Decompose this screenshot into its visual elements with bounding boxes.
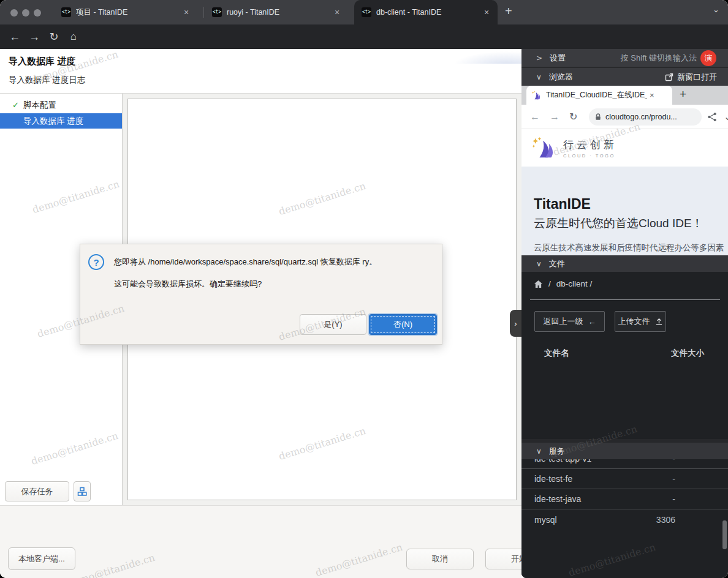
close-tab-icon[interactable]: × [484, 7, 489, 17]
task-settings-button[interactable] [74, 481, 91, 501]
tab-db-client[interactable]: <t> db-client - TitanIDE × [354, 0, 498, 24]
embedded-address-bar[interactable]: cloudtogo.cn/produ... [589, 108, 702, 126]
close-tab-icon[interactable]: × [335, 7, 339, 17]
cloudtogo-header: 行云创新 CLOUD · TOGO [521, 129, 728, 167]
section-label: 浏览器 [549, 72, 573, 83]
back-button[interactable]: ← [6, 24, 23, 49]
lock-icon [595, 113, 601, 121]
column-filesize: 文件大小 [671, 348, 704, 359]
embedded-tab-strip: TitanIDE_CloudIDE_在线IDE_ × + [521, 86, 728, 105]
tab-ruoyi[interactable]: <t> ruoyi - TitanIDE × [205, 0, 353, 24]
reload-button[interactable]: ↻ [45, 24, 63, 49]
panel-collapse-handle[interactable]: › [510, 310, 521, 337]
logo-en: CLOUD · TOGO [563, 153, 617, 159]
service-row[interactable]: ide-test-java - [521, 489, 728, 509]
titanide-favicon: <t> [61, 7, 71, 17]
chevron-down-icon: ∨ [536, 73, 542, 81]
service-row[interactable]: ide-test-fe - [521, 469, 728, 489]
service-port: - [672, 459, 675, 464]
service-name: mysql [534, 515, 557, 525]
go-up-button[interactable]: 返回上一级 ← [534, 311, 605, 332]
breadcrumb-path: db-client / [556, 279, 593, 288]
close-window-button[interactable] [10, 9, 18, 17]
share-alt-icon[interactable] [707, 112, 717, 122]
browser-toolbar: ← → ↻ ⌂ try.titanide.cn/ide/web/coding/d… [0, 24, 728, 49]
tab-title: 项目 - TitanIDE [76, 7, 180, 18]
service-name: ide-test-java [534, 494, 581, 504]
embedded-new-tab-button[interactable]: + [680, 88, 686, 101]
section-files-header[interactable]: ∨ 文件 [521, 255, 728, 272]
service-name: ide-test-app-v1 [534, 459, 591, 464]
service-name: ide-test-fe [534, 474, 572, 484]
step-script-config[interactable]: ✓ 脚本配置 [0, 97, 122, 113]
yes-button[interactable]: 是(Y) [300, 314, 366, 335]
browser-window: <t> 项目 - TitanIDE × <t> ruoyi - TitanIDE… [0, 0, 728, 578]
cancel-button[interactable]: 取消 [406, 549, 474, 569]
section-label: 文件 [549, 258, 565, 269]
tab-project[interactable]: <t> 项目 - TitanIDE × [54, 0, 202, 24]
save-task-button[interactable]: 保存任务 [5, 481, 69, 501]
file-browser: / db-client / 返回上一级 ← 上传文件 文件名 文件大小 [521, 272, 728, 439]
dialog-message-line1: 您即将从 /home/ide/workspace/space.share/sql… [114, 257, 377, 268]
tab-title: db-client - TitanIDE [376, 8, 480, 17]
step-import-progress[interactable]: 导入数据库 进度 [0, 113, 122, 129]
panel-scrollbar-thumb[interactable] [722, 520, 727, 549]
new-tab-button[interactable]: + [505, 4, 512, 18]
no-button[interactable]: 否(N) [369, 314, 437, 335]
wizard-page: 导入数据库 进度 导入数据库 进度日志 ✓ 脚本配置 导入数据库 进度 保存任务… [0, 49, 521, 578]
column-filename: 文件名 [544, 348, 569, 359]
home-button[interactable]: ⌂ [65, 24, 82, 49]
close-embedded-tab-icon[interactable]: × [650, 91, 654, 100]
service-port: - [672, 474, 675, 484]
confirm-restore-dialog: ? 您即将从 /home/ide/workspace/space.share/s… [80, 244, 442, 345]
hero-title: TitanIDE [534, 196, 728, 212]
embedded-tab-title: TitanIDE_CloudIDE_在线IDE_ [546, 90, 647, 100]
page-subtitle: 导入数据库 进度日志 [9, 75, 85, 86]
embedded-reload-button[interactable]: ↻ [569, 105, 577, 129]
section-label: 服务 [549, 446, 565, 457]
titanide-favicon: <t> [362, 7, 371, 17]
chevron-right-icon: > [536, 54, 542, 62]
left-arrow-icon: ← [588, 317, 596, 326]
cloudtogo-logo-text: 行云创新 CLOUD · TOGO [563, 138, 617, 159]
section-services-header[interactable]: ∨ 服务 [521, 443, 728, 459]
hero-paragraph: 云原生技术高速发展和后疫情时代远程办公等多因素 [534, 242, 728, 253]
tab-search-chevron-icon[interactable]: ⌄ [713, 5, 719, 14]
service-row[interactable]: ide-test-app-v1 - [521, 459, 728, 469]
section-label: 设置 [550, 53, 566, 64]
forward-button[interactable]: → [26, 24, 43, 49]
breadcrumb[interactable]: / db-client / [534, 279, 592, 288]
services-list: ide-test-app-v1 - ide-test-fe - ide-test… [521, 459, 728, 578]
embedded-tab[interactable]: TitanIDE_CloudIDE_在线IDE_ × [526, 86, 672, 105]
embedded-back-button[interactable]: ← [530, 105, 540, 129]
service-port: - [672, 494, 675, 504]
open-new-window-label: 新窗口打开 [677, 72, 717, 83]
upload-icon [655, 318, 663, 326]
upload-file-button[interactable]: 上传文件 [615, 311, 666, 332]
upload-label: 上传文件 [618, 316, 650, 327]
cloudtogo-logo [531, 137, 557, 160]
embedded-toolbar: ← → ↻ cloudtogo.cn/produ... ⌄ [521, 105, 728, 129]
service-row[interactable]: mysql 3306 [521, 509, 728, 530]
stacked-boxes-icon [77, 487, 87, 497]
tab-title: ruoyi - TitanIDE [227, 8, 331, 17]
section-settings-header[interactable]: > 设置 按 Shift 键切换输入法 演 [521, 49, 728, 67]
local-client-button[interactable]: 本地客户端... [8, 547, 75, 570]
breadcrumb-separator: / [548, 279, 551, 288]
open-new-window-button[interactable]: 新窗口打开 [665, 72, 717, 83]
embedded-forward-button[interactable]: → [550, 105, 559, 129]
ide-side-panel: > 设置 按 Shift 键切换输入法 演 ∨ 浏览器 新窗口打开 [521, 49, 728, 578]
logo-cn: 行云创新 [563, 138, 617, 152]
section-browser-header[interactable]: ∨ 浏览器 新窗口打开 [521, 68, 728, 86]
cloudtogo-favicon [531, 91, 542, 100]
start-button[interactable]: 开始 [485, 549, 521, 569]
open-in-new-icon [665, 73, 673, 81]
input-method-hint: 按 Shift 键切换输入法 [589, 53, 697, 64]
wizard-footer: 本地客户端... 取消 开始 [0, 505, 521, 578]
zoom-window-button[interactable] [34, 9, 41, 17]
minimize-window-button[interactable] [22, 9, 29, 17]
close-tab-icon[interactable]: × [184, 7, 189, 17]
step-label: 导入数据库 进度 [23, 116, 83, 127]
clipped-toolbar-icon[interactable]: ⌄ [724, 105, 728, 129]
home-icon[interactable] [534, 280, 543, 288]
